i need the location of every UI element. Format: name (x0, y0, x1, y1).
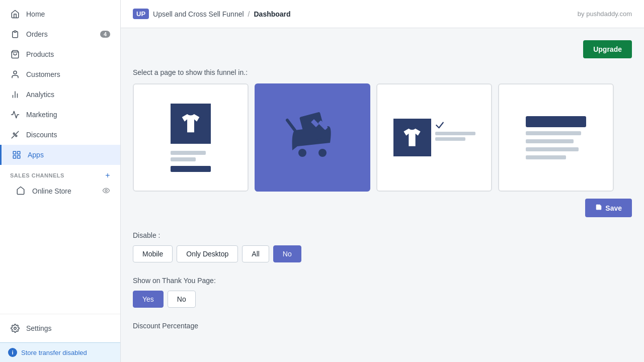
topbar: UP Upsell and Cross Sell Funnel / Dashbo… (121, 0, 644, 28)
text-line-2 (171, 157, 196, 161)
checkmark-svg (435, 121, 444, 130)
sidebar-item-label-settings: Settings (26, 324, 52, 332)
content-header: Upgrade (133, 40, 632, 58)
shirt-svg (178, 111, 204, 137)
info-icon: i (8, 348, 17, 357)
card-inner-product (134, 84, 248, 191)
card-inner-list (499, 84, 613, 191)
store-transfer-notice: i Store transfer disabled (0, 342, 120, 362)
cart-card-content (264, 93, 361, 183)
topbar-by-text: by pushdaddy.com (578, 10, 632, 18)
card-inner-cart (256, 84, 369, 191)
disable-no-button[interactable]: No (273, 245, 301, 262)
sidebar-item-orders[interactable]: Orders 4 (0, 24, 120, 44)
sales-channels-label: SALES CHANNELS (10, 172, 64, 178)
disable-all-button[interactable]: All (242, 245, 269, 262)
svg-point-16 (318, 149, 327, 157)
order-card-content (393, 119, 475, 156)
order-text-block (435, 121, 475, 141)
page-card-order[interactable] (376, 83, 492, 192)
card-inner-order (377, 84, 491, 191)
sidebar-item-online-store[interactable]: Online Store (0, 182, 120, 200)
analytics-icon (10, 89, 20, 100)
list-line-3 (526, 147, 579, 151)
sidebar-item-home[interactable]: Home (0, 4, 120, 24)
sidebar-item-label-orders: Orders (26, 30, 48, 38)
store-transfer-text: Store transfer disabled (21, 349, 87, 356)
save-button-label: Save (605, 204, 622, 212)
svg-point-14 (14, 327, 17, 330)
thank-you-label: Show on Thank You Page: (133, 277, 632, 285)
page-card-cart[interactable] (255, 83, 370, 192)
thank-you-button-group: Yes No (133, 291, 632, 308)
sidebar-item-label-customers: Customers (26, 70, 60, 78)
sidebar-item-label-online-store: Online Store (32, 187, 71, 195)
product-card-content (171, 104, 211, 172)
sidebar-item-label-marketing: Marketing (26, 111, 57, 119)
sidebar-item-marketing[interactable]: Marketing (0, 105, 120, 125)
list-card-content (526, 116, 586, 159)
list-line-2 (526, 139, 574, 143)
main-content: UP Upsell and Cross Sell Funnel / Dashbo… (121, 0, 644, 362)
svg-rect-11 (13, 156, 16, 158)
save-button-area: Save (133, 199, 632, 217)
order-shirt-box (393, 119, 431, 156)
page-selector-section: Select a page to show this funnel in.: (133, 68, 632, 217)
page-card-product[interactable] (133, 83, 249, 192)
sidebar-item-label-home: Home (26, 10, 45, 18)
sidebar-item-apps[interactable]: Apps (0, 145, 120, 165)
marketing-icon (10, 110, 20, 120)
order-line-2 (435, 137, 465, 141)
customers-icon (10, 69, 20, 79)
page-selector-label: Select a page to show this funnel in.: (133, 68, 632, 76)
sidebar-item-discounts[interactable]: Discounts (0, 125, 120, 145)
apps-icon (12, 150, 22, 160)
svg-line-8 (12, 131, 19, 138)
disable-section: Disable : Mobile Only Desktop All No (133, 231, 632, 262)
breadcrumb: UP Upsell and Cross Sell Funnel / Dashbo… (133, 9, 291, 19)
discounts-icon (10, 130, 20, 140)
sidebar-item-customers[interactable]: Customers (0, 64, 120, 84)
thank-you-yes-button[interactable]: Yes (133, 291, 164, 308)
disable-desktop-button[interactable]: Only Desktop (177, 245, 238, 262)
content-area: Upgrade Select a page to show this funne… (121, 28, 644, 362)
list-line-1 (526, 131, 581, 135)
page-cards-container (133, 83, 632, 192)
discount-percentage-label: Discount Percentage (133, 322, 632, 330)
svg-point-13 (105, 190, 107, 192)
svg-point-2 (14, 71, 17, 74)
sidebar-item-products[interactable]: Products (0, 44, 120, 64)
svg-point-15 (298, 149, 306, 157)
order-shirt-svg (399, 125, 425, 150)
svg-rect-0 (14, 31, 17, 32)
disable-label: Disable : (133, 231, 632, 239)
svg-rect-9 (13, 151, 16, 154)
save-button[interactable]: Save (585, 199, 632, 217)
home-icon (10, 9, 20, 19)
thank-you-no-button[interactable]: No (168, 291, 196, 308)
svg-point-7 (16, 135, 17, 137)
black-bar (171, 166, 211, 172)
sidebar-item-label-apps: Apps (28, 151, 44, 159)
page-card-list[interactable] (498, 83, 614, 192)
sidebar-item-settings[interactable]: Settings (0, 318, 120, 338)
sidebar-item-label-discounts: Discounts (26, 131, 57, 139)
add-sales-channel-button[interactable]: + (105, 171, 110, 180)
sidebar-item-label-analytics: Analytics (26, 90, 54, 99)
orders-badge: 4 (100, 31, 110, 38)
orders-icon (10, 29, 20, 39)
product-text-lines (171, 151, 211, 172)
upgrade-button[interactable]: Upgrade (583, 40, 632, 58)
sidebar-item-analytics[interactable]: Analytics (0, 84, 120, 105)
disable-mobile-button[interactable]: Mobile (133, 245, 173, 262)
products-icon (10, 49, 20, 59)
disable-button-group: Mobile Only Desktop All No (133, 245, 632, 262)
list-header-bar (526, 116, 586, 127)
app-name: Upsell and Cross Sell Funnel (153, 10, 244, 18)
app-badge: UP (133, 9, 149, 19)
sidebar: Home Orders 4 Products Customers (0, 0, 121, 362)
eye-icon (102, 187, 110, 196)
thank-you-section: Show on Thank You Page: Yes No (133, 277, 632, 308)
settings-icon (10, 323, 20, 333)
cart-svg (280, 105, 345, 170)
